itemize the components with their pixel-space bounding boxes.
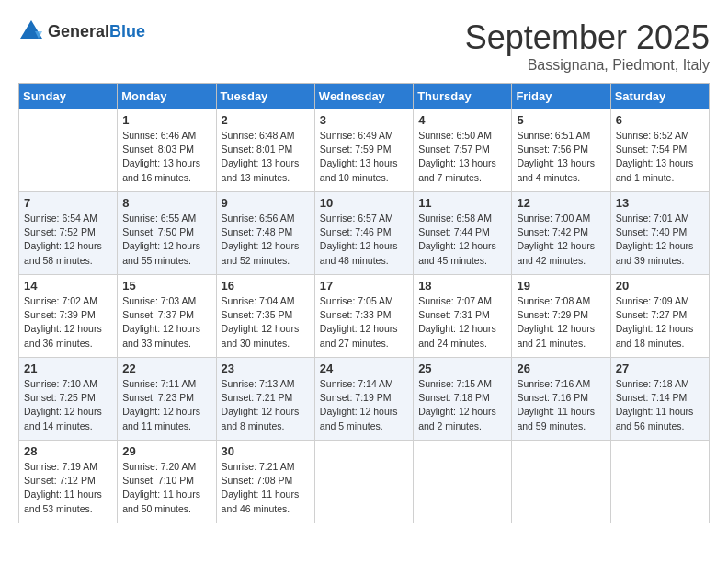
day-info: Sunrise: 7:05 AM Sunset: 7:33 PM Dayligh… <box>320 294 408 350</box>
day-number: 27 <box>616 362 704 375</box>
day-header-wednesday: Wednesday <box>314 84 413 109</box>
calendar-cell: 14Sunrise: 7:02 AM Sunset: 7:39 PM Dayli… <box>19 275 118 358</box>
day-number: 25 <box>418 362 506 375</box>
day-info: Sunrise: 6:52 AM Sunset: 7:54 PM Dayligh… <box>616 129 704 185</box>
day-number: 21 <box>24 362 112 375</box>
day-info: Sunrise: 7:11 AM Sunset: 7:23 PM Dayligh… <box>122 377 210 433</box>
calendar-week-row: 14Sunrise: 7:02 AM Sunset: 7:39 PM Dayli… <box>19 275 710 358</box>
day-number: 17 <box>320 279 408 293</box>
calendar-cell: 21Sunrise: 7:10 AM Sunset: 7:25 PM Dayli… <box>19 358 118 441</box>
day-number: 26 <box>517 362 605 375</box>
day-header-friday: Friday <box>512 84 610 109</box>
calendar-cell: 19Sunrise: 7:08 AM Sunset: 7:29 PM Dayli… <box>512 275 610 358</box>
calendar-cell: 12Sunrise: 7:00 AM Sunset: 7:42 PM Dayli… <box>512 192 610 275</box>
calendar-cell <box>314 441 413 523</box>
page-header: GeneralBlue September 2025 Bassignana, P… <box>18 18 710 74</box>
day-header-thursday: Thursday <box>414 84 512 109</box>
calendar-cell: 25Sunrise: 7:15 AM Sunset: 7:18 PM Dayli… <box>414 358 512 441</box>
calendar-cell <box>19 109 118 192</box>
day-number: 14 <box>24 279 112 293</box>
calendar-header-row: SundayMondayTuesdayWednesdayThursdayFrid… <box>19 84 710 109</box>
day-info: Sunrise: 7:00 AM Sunset: 7:42 PM Dayligh… <box>517 212 605 268</box>
day-info: Sunrise: 6:46 AM Sunset: 8:03 PM Dayligh… <box>122 129 210 185</box>
day-info: Sunrise: 7:14 AM Sunset: 7:19 PM Dayligh… <box>320 377 408 433</box>
logo-blue: Blue <box>109 22 145 40</box>
calendar-cell: 8Sunrise: 6:55 AM Sunset: 7:50 PM Daylig… <box>118 192 216 275</box>
calendar-cell: 2Sunrise: 6:48 AM Sunset: 8:01 PM Daylig… <box>216 109 314 192</box>
day-info: Sunrise: 7:20 AM Sunset: 7:10 PM Dayligh… <box>122 460 210 516</box>
calendar-cell: 22Sunrise: 7:11 AM Sunset: 7:23 PM Dayli… <box>118 358 216 441</box>
day-number: 13 <box>616 196 704 210</box>
day-info: Sunrise: 7:03 AM Sunset: 7:37 PM Dayligh… <box>122 294 210 350</box>
day-info: Sunrise: 7:09 AM Sunset: 7:27 PM Dayligh… <box>616 294 704 350</box>
calendar-cell: 9Sunrise: 6:56 AM Sunset: 7:48 PM Daylig… <box>216 192 314 275</box>
day-number: 19 <box>517 279 605 293</box>
calendar-cell <box>512 441 610 523</box>
general-blue-icon <box>18 18 44 44</box>
day-info: Sunrise: 6:50 AM Sunset: 7:57 PM Dayligh… <box>418 129 506 185</box>
title-block: September 2025 Bassignana, Piedmont, Ita… <box>465 18 710 74</box>
day-number: 22 <box>122 362 210 375</box>
day-number: 12 <box>517 196 605 210</box>
day-info: Sunrise: 7:13 AM Sunset: 7:21 PM Dayligh… <box>222 377 310 433</box>
month-title: September 2025 <box>465 18 710 57</box>
day-info: Sunrise: 6:48 AM Sunset: 8:01 PM Dayligh… <box>222 129 310 185</box>
day-info: Sunrise: 7:18 AM Sunset: 7:14 PM Dayligh… <box>616 377 704 433</box>
calendar-table: SundayMondayTuesdayWednesdayThursdayFrid… <box>18 83 710 523</box>
day-info: Sunrise: 7:04 AM Sunset: 7:35 PM Dayligh… <box>222 294 310 350</box>
day-header-saturday: Saturday <box>610 84 709 109</box>
calendar-cell: 6Sunrise: 6:52 AM Sunset: 7:54 PM Daylig… <box>610 109 709 192</box>
day-number: 3 <box>320 113 408 127</box>
calendar-week-row: 1Sunrise: 6:46 AM Sunset: 8:03 PM Daylig… <box>19 109 710 192</box>
day-header-sunday: Sunday <box>19 84 118 109</box>
day-info: Sunrise: 7:08 AM Sunset: 7:29 PM Dayligh… <box>517 294 605 350</box>
calendar-cell: 27Sunrise: 7:18 AM Sunset: 7:14 PM Dayli… <box>610 358 709 441</box>
day-header-tuesday: Tuesday <box>216 84 314 109</box>
day-info: Sunrise: 7:15 AM Sunset: 7:18 PM Dayligh… <box>418 377 506 433</box>
calendar-cell: 13Sunrise: 7:01 AM Sunset: 7:40 PM Dayli… <box>610 192 709 275</box>
calendar-cell <box>610 441 709 523</box>
day-info: Sunrise: 6:54 AM Sunset: 7:52 PM Dayligh… <box>24 212 112 268</box>
logo: GeneralBlue <box>18 18 145 44</box>
day-info: Sunrise: 7:19 AM Sunset: 7:12 PM Dayligh… <box>24 460 112 516</box>
day-number: 20 <box>616 279 704 293</box>
calendar-cell: 7Sunrise: 6:54 AM Sunset: 7:52 PM Daylig… <box>19 192 118 275</box>
calendar-week-row: 7Sunrise: 6:54 AM Sunset: 7:52 PM Daylig… <box>19 192 710 275</box>
calendar-cell: 24Sunrise: 7:14 AM Sunset: 7:19 PM Dayli… <box>314 358 413 441</box>
day-info: Sunrise: 6:56 AM Sunset: 7:48 PM Dayligh… <box>222 212 310 268</box>
day-info: Sunrise: 7:21 AM Sunset: 7:08 PM Dayligh… <box>222 460 310 516</box>
calendar-cell: 3Sunrise: 6:49 AM Sunset: 7:59 PM Daylig… <box>314 109 413 192</box>
day-number: 24 <box>320 362 408 375</box>
calendar-cell: 26Sunrise: 7:16 AM Sunset: 7:16 PM Dayli… <box>512 358 610 441</box>
logo-general: General <box>48 22 109 40</box>
day-number: 18 <box>418 279 506 293</box>
day-info: Sunrise: 7:16 AM Sunset: 7:16 PM Dayligh… <box>517 377 605 433</box>
calendar-cell: 30Sunrise: 7:21 AM Sunset: 7:08 PM Dayli… <box>216 441 314 523</box>
day-number: 9 <box>222 196 310 210</box>
calendar-cell <box>414 441 512 523</box>
day-number: 23 <box>222 362 310 375</box>
calendar-cell: 4Sunrise: 6:50 AM Sunset: 7:57 PM Daylig… <box>414 109 512 192</box>
day-number: 6 <box>616 113 704 127</box>
day-number: 5 <box>517 113 605 127</box>
day-number: 1 <box>122 113 210 127</box>
day-number: 15 <box>122 279 210 293</box>
day-info: Sunrise: 7:07 AM Sunset: 7:31 PM Dayligh… <box>418 294 506 350</box>
day-info: Sunrise: 6:57 AM Sunset: 7:46 PM Dayligh… <box>320 212 408 268</box>
day-number: 30 <box>222 444 310 458</box>
day-info: Sunrise: 6:55 AM Sunset: 7:50 PM Dayligh… <box>122 212 210 268</box>
day-number: 8 <box>122 196 210 210</box>
day-number: 28 <box>24 444 112 458</box>
calendar-week-row: 21Sunrise: 7:10 AM Sunset: 7:25 PM Dayli… <box>19 358 710 441</box>
day-number: 29 <box>122 444 210 458</box>
day-number: 7 <box>24 196 112 210</box>
calendar-cell: 1Sunrise: 6:46 AM Sunset: 8:03 PM Daylig… <box>118 109 216 192</box>
location: Bassignana, Piedmont, Italy <box>465 57 710 74</box>
calendar-cell: 15Sunrise: 7:03 AM Sunset: 7:37 PM Dayli… <box>118 275 216 358</box>
day-number: 16 <box>222 279 310 293</box>
day-header-monday: Monday <box>118 84 216 109</box>
day-number: 11 <box>418 196 506 210</box>
calendar-cell: 20Sunrise: 7:09 AM Sunset: 7:27 PM Dayli… <box>610 275 709 358</box>
calendar-cell: 29Sunrise: 7:20 AM Sunset: 7:10 PM Dayli… <box>118 441 216 523</box>
day-info: Sunrise: 7:10 AM Sunset: 7:25 PM Dayligh… <box>24 377 112 433</box>
